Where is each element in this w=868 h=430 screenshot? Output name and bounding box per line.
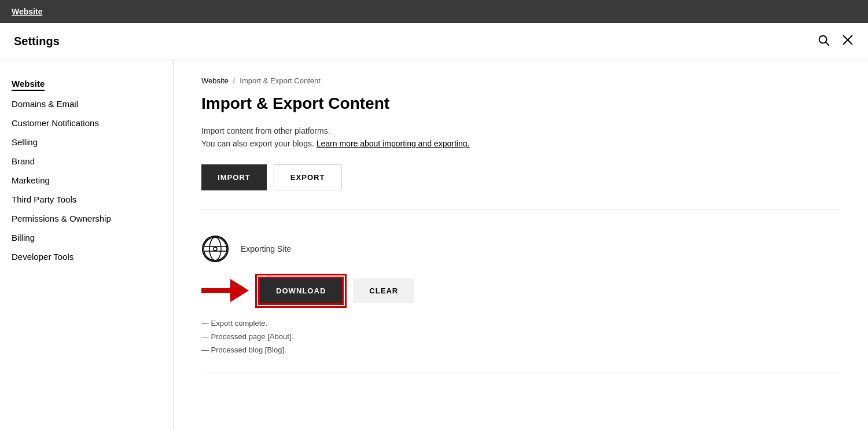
top-bar: Website bbox=[0, 0, 868, 23]
sidebar-item-brand[interactable]: Brand bbox=[12, 152, 161, 171]
sidebar-item-selling[interactable]: Selling bbox=[12, 133, 161, 152]
page-description: Import content from other platforms. You… bbox=[201, 124, 840, 150]
page-title: Import & Export Content bbox=[201, 94, 840, 113]
settings-header: Settings bbox=[0, 23, 868, 60]
export-log: — Export complete. — Processed page [Abo… bbox=[201, 319, 840, 354]
download-button[interactable]: DOWNLOAD bbox=[258, 277, 344, 305]
arrow-stem bbox=[201, 288, 230, 293]
breadcrumb-parent[interactable]: Website bbox=[201, 76, 229, 85]
log-item-2: — Processed page [About]. bbox=[201, 332, 840, 341]
description-line1: Import content from other platforms. bbox=[201, 124, 840, 137]
sidebar-item-website[interactable]: Website bbox=[12, 74, 45, 91]
svg-line-1 bbox=[826, 42, 829, 45]
divider-2 bbox=[201, 373, 840, 373]
top-bar-title[interactable]: Website bbox=[12, 7, 42, 16]
search-icon[interactable] bbox=[817, 34, 830, 49]
sidebar-item-marketing[interactable]: Marketing bbox=[12, 171, 161, 190]
log-item-1: — Export complete. bbox=[201, 319, 840, 328]
red-arrow-container bbox=[201, 279, 249, 302]
sidebar-item-developer-tools[interactable]: Developer Tools bbox=[12, 247, 161, 266]
learn-more-link[interactable]: Learn more about importing and exporting… bbox=[317, 139, 470, 148]
breadcrumb-separator: / bbox=[233, 76, 236, 85]
sidebar-item-permissions-ownership[interactable]: Permissions & Ownership bbox=[12, 209, 161, 228]
breadcrumb-current: Import & Export Content bbox=[240, 76, 320, 85]
import-button[interactable]: IMPORT bbox=[201, 164, 267, 190]
main-layout: Website Domains & Email Customer Notific… bbox=[0, 60, 868, 430]
divider-1 bbox=[201, 209, 840, 210]
export-button[interactable]: EXPORT bbox=[274, 164, 342, 190]
import-export-buttons: IMPORT EXPORT bbox=[201, 164, 840, 190]
settings-title: Settings bbox=[14, 35, 60, 48]
description-line2: You can also export your blogs. Learn mo… bbox=[201, 137, 840, 150]
breadcrumb: Website / Import & Export Content bbox=[201, 76, 840, 85]
clear-button[interactable]: CLEAR bbox=[353, 278, 414, 303]
export-section: Exporting Site DOWNLOAD CLEAR — Export c… bbox=[201, 221, 840, 399]
download-row: DOWNLOAD CLEAR bbox=[201, 277, 840, 305]
svg-point-5 bbox=[209, 237, 221, 260]
log-item-3: — Processed blog [Blog]. bbox=[201, 346, 840, 354]
export-status-text: Exporting Site bbox=[241, 244, 291, 253]
sidebar-item-customer-notifications[interactable]: Customer Notifications bbox=[12, 113, 161, 133]
sidebar-item-third-party-tools[interactable]: Third Party Tools bbox=[12, 190, 161, 209]
header-icons bbox=[817, 34, 854, 49]
sidebar-item-domains-email[interactable]: Domains & Email bbox=[12, 94, 161, 113]
content-area: Website / Import & Export Content Import… bbox=[174, 60, 868, 430]
export-status-row: Exporting Site bbox=[201, 235, 840, 263]
wordpress-icon bbox=[201, 235, 229, 263]
svg-point-4 bbox=[203, 236, 228, 262]
sidebar-item-billing[interactable]: Billing bbox=[12, 228, 161, 247]
arrow-head bbox=[230, 279, 249, 302]
svg-point-8 bbox=[214, 247, 217, 251]
close-icon[interactable] bbox=[841, 34, 854, 49]
sidebar: Website Domains & Email Customer Notific… bbox=[0, 60, 174, 430]
